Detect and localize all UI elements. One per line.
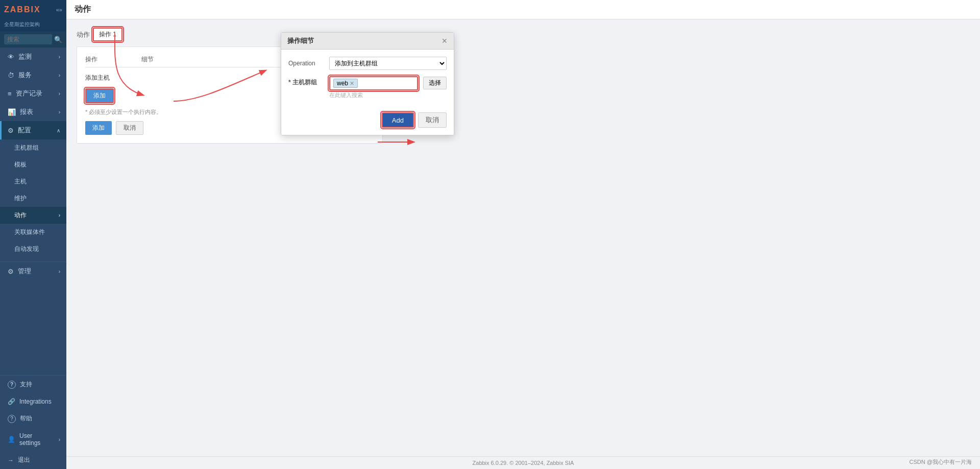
page-title: 动作 [75, 4, 91, 15]
operation-select[interactable]: 添加到主机群组移除主机添加主机链接到模板 [329, 57, 447, 70]
content-area: 动作 操作 1 操作 细节 动作 添加主机 编辑 移除 添加 [66, 19, 980, 469]
chevron-right-icon: › [59, 437, 60, 442]
modal-overlay: 操作细节 ✕ Operation 添加到主机群组移除主机添加主机链接到模板 * … [281, 32, 454, 135]
sidebar-item-logout[interactable]: → 退出 [0, 451, 66, 469]
modal-body: Operation 添加到主机群组移除主机添加主机链接到模板 * 主机群组 we… [281, 50, 454, 110]
tag-input-container[interactable]: web ✕ [329, 76, 418, 90]
host-group-input-area: web ✕ 在此键入搜索 [329, 76, 418, 99]
logo-area: ZABBIX «» [0, 0, 66, 19]
support-icon: ? [8, 381, 16, 389]
tag-text: web [337, 80, 348, 87]
chevron-right-icon: › [59, 109, 60, 115]
sidebar-item-label: 支持 [20, 380, 32, 389]
col-operation: 操作 [85, 55, 126, 64]
logout-icon: → [8, 457, 14, 464]
add-operation-button[interactable]: 添加 [85, 88, 114, 103]
collapse-icons[interactable]: «» [56, 7, 62, 13]
sidebar-sub-label: 自动发现 [14, 245, 39, 253]
sidebar-item-label: 帮助 [20, 414, 32, 423]
modal-add-button[interactable]: Add [382, 112, 414, 128]
form-cancel-button[interactable]: 取消 [116, 121, 143, 135]
sidebar: ZABBIX «» 全星期监控架构 🔍 👁 监测 › ⏱ 服务 › ≡ 资产记录… [0, 0, 66, 469]
modal-footer: Add 取消 [281, 110, 454, 135]
main-area: 动作 动作 操作 1 操作 细节 动作 添加主机 编辑 移除 [66, 0, 980, 469]
monitor-icon: 👁 [8, 53, 14, 61]
modal-title: 操作细节 [287, 36, 314, 45]
sidebar-item-user-settings[interactable]: 👤 User settings › [0, 428, 66, 451]
sidebar-item-label: 管理 [18, 267, 31, 276]
sidebar-sub-item-correlation[interactable]: 关联媒体件 [0, 224, 66, 241]
sidebar-sub-item-template[interactable]: 模板 [0, 156, 66, 173]
logo-text: ZABBIX [4, 5, 41, 14]
sidebar-item-service[interactable]: ⏱ 服务 › [0, 66, 66, 84]
operation-name: 添加主机 [85, 74, 126, 82]
search-icon: 🔍 [54, 36, 62, 43]
sidebar-item-integrations[interactable]: 🔗 Integrations [0, 393, 66, 410]
sidebar-item-label: 配置 [18, 126, 31, 135]
footer-text: Zabbix 6.0.29. © 2001–2024, Zabbix SIA [473, 460, 574, 466]
modal-cancel-button[interactable]: 取消 [418, 112, 447, 128]
sidebar-item-assets[interactable]: ≡ 资产记录 › [0, 84, 66, 103]
sidebar-item-label: 退出 [18, 456, 30, 464]
tab-operations[interactable]: 操作 1 [93, 28, 122, 41]
select-button[interactable]: 选择 [423, 77, 447, 89]
sidebar-item-monitor[interactable]: 👁 监测 › [0, 48, 66, 66]
sidebar-sub-label: 动作 [14, 211, 27, 220]
operation-label: Operation [288, 60, 324, 67]
sidebar-item-support[interactable]: ? 支持 [0, 376, 66, 393]
sidebar-item-label: 监测 [18, 52, 32, 61]
sidebar-item-admin[interactable]: ⚙ 管理 › [0, 262, 66, 280]
tag-remove-icon[interactable]: ✕ [350, 80, 354, 87]
host-group-label: * 主机群组 [288, 76, 324, 87]
search-input[interactable] [4, 34, 52, 44]
sidebar-item-label: 报表 [20, 107, 33, 116]
user-icon: 👤 [8, 436, 15, 443]
sidebar-item-label: 服务 [18, 71, 32, 80]
web-tag: web ✕ [333, 79, 358, 88]
sidebar-sub-label: 维护 [14, 194, 27, 203]
close-icon[interactable]: ✕ [442, 37, 448, 45]
modal-form-row-operation: Operation 添加到主机群组移除主机添加主机链接到模板 [288, 57, 447, 70]
chevron-right-icon: › [59, 213, 60, 218]
host-hint: 在此键入搜索 [329, 91, 418, 99]
sidebar-sub-item-host[interactable]: 主机 [0, 173, 66, 190]
sidebar-sub-label: 模板 [14, 160, 27, 169]
assets-icon: ≡ [8, 90, 12, 98]
help-icon: ? [8, 415, 16, 423]
footer-watermark: CSDN @我心中有一片海 [910, 458, 972, 466]
admin-icon: ⚙ [8, 268, 14, 275]
modal-form-row-hostgroup: * 主机群组 web ✕ 在此键入搜索 选择 [288, 76, 447, 99]
sidebar-item-label: Integrations [19, 398, 52, 405]
form-add-button[interactable]: 添加 [85, 121, 112, 135]
chevron-right-icon: › [59, 269, 60, 274]
col-detail: 细节 [141, 55, 172, 64]
sidebar-sub-item-maintenance[interactable]: 维护 [0, 190, 66, 207]
sidebar-item-reports[interactable]: 📊 报表 › [0, 103, 66, 121]
service-icon: ⏱ [8, 72, 14, 79]
sidebar-sub-label: 主机群组 [14, 144, 39, 152]
breadcrumb-action: 动作 [77, 30, 90, 39]
sidebar-sub-label: 主机 [14, 177, 27, 186]
modal-header: 操作细节 ✕ [281, 33, 454, 50]
reports-icon: 📊 [8, 108, 16, 116]
topbar: 动作 [66, 0, 980, 19]
chevron-down-icon: ∧ [57, 128, 60, 133]
sidebar-subtitle: 全星期监控架构 [0, 19, 66, 31]
sidebar-sub-item-autodiscovery[interactable]: 自动发现 [0, 241, 66, 257]
config-icon: ⚙ [8, 127, 14, 134]
modal-dialog: 操作细节 ✕ Operation 添加到主机群组移除主机添加主机链接到模板 * … [281, 32, 454, 135]
sidebar-sub-item-action[interactable]: 动作 › [0, 207, 66, 224]
sidebar-sub-label: 关联媒体件 [14, 228, 45, 237]
chevron-right-icon: › [59, 73, 60, 78]
chevron-right-icon: › [59, 54, 60, 60]
footer: Zabbix 6.0.29. © 2001–2024, Zabbix SIA [66, 456, 980, 469]
integrations-icon: 🔗 [8, 398, 15, 405]
sidebar-search-area: 🔍 [0, 31, 66, 48]
sidebar-item-config[interactable]: ⚙ 配置 ∧ [0, 121, 66, 139]
sidebar-sub-item-hostgroup[interactable]: 主机群组 [0, 139, 66, 156]
chevron-right-icon: › [59, 91, 60, 97]
sidebar-item-label: 资产记录 [16, 89, 42, 98]
sidebar-item-help[interactable]: ? 帮助 [0, 410, 66, 428]
sidebar-item-label: User settings [19, 432, 55, 447]
